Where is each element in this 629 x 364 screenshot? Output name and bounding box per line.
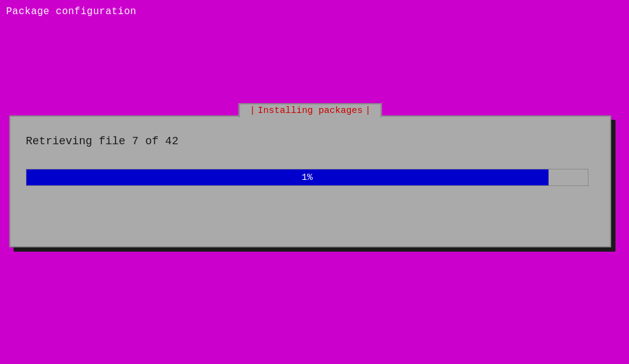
progress-bar-fill — [26, 169, 549, 185]
progress-bar-label: 1% — [302, 172, 313, 183]
dialog-box: | Installing packages | Retrieving file … — [9, 115, 611, 247]
tab-separator-right: | — [365, 106, 371, 116]
window-title: Package configuration — [6, 6, 136, 17]
retrieving-text: Retrieving file 7 of 42 — [26, 135, 595, 147]
dialog-content: Retrieving file 7 of 42 1% — [10, 117, 610, 246]
progress-bar-container: 1% — [26, 169, 588, 186]
dialog-tab-label: Installing packages — [257, 106, 362, 116]
tab-separator-left: | — [249, 106, 255, 116]
dialog-tab: | Installing packages | — [238, 103, 381, 117]
